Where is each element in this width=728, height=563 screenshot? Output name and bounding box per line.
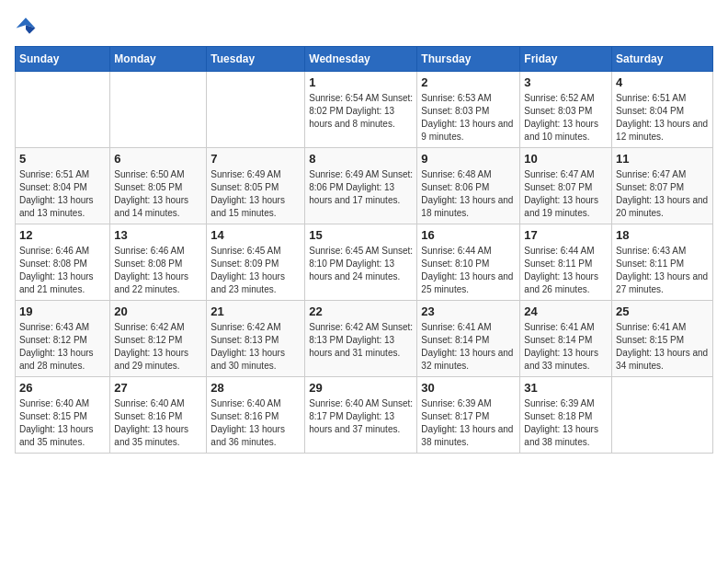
day-info: Sunrise: 6:50 AM Sunset: 8:05 PM Dayligh… xyxy=(114,168,202,220)
day-cell-5: 5Sunrise: 6:51 AM Sunset: 8:04 PM Daylig… xyxy=(16,148,110,224)
day-info: Sunrise: 6:42 AM Sunset: 8:13 PM Dayligh… xyxy=(210,321,301,373)
day-info: Sunrise: 6:39 AM Sunset: 8:17 PM Dayligh… xyxy=(421,397,516,449)
day-number: 31 xyxy=(524,381,608,395)
day-info: Sunrise: 6:43 AM Sunset: 8:11 PM Dayligh… xyxy=(616,245,709,296)
day-header-sunday: Sunday xyxy=(16,47,110,72)
empty-cell xyxy=(207,72,305,148)
logo-bird-icon xyxy=(15,15,37,37)
day-cell-16: 16Sunrise: 6:44 AM Sunset: 8:10 PM Dayli… xyxy=(417,224,520,301)
day-info: Sunrise: 6:46 AM Sunset: 8:08 PM Dayligh… xyxy=(19,245,106,296)
day-cell-29: 29Sunrise: 6:40 AM Sunset: 8:17 PM Dayli… xyxy=(305,377,417,454)
day-number: 23 xyxy=(421,304,516,318)
day-cell-9: 9Sunrise: 6:48 AM Sunset: 8:06 PM Daylig… xyxy=(417,148,520,224)
day-number: 2 xyxy=(421,75,516,89)
day-info: Sunrise: 6:41 AM Sunset: 8:14 PM Dayligh… xyxy=(421,321,516,373)
day-cell-25: 25Sunrise: 6:41 AM Sunset: 8:15 PM Dayli… xyxy=(612,301,713,377)
week-row-1: 1Sunrise: 6:54 AM Sunset: 8:02 PM Daylig… xyxy=(16,72,713,148)
day-header-saturday: Saturday xyxy=(612,47,713,72)
day-number: 9 xyxy=(421,152,516,166)
day-cell-22: 22Sunrise: 6:42 AM Sunset: 8:13 PM Dayli… xyxy=(305,301,417,377)
day-number: 3 xyxy=(524,75,608,89)
day-cell-13: 13Sunrise: 6:46 AM Sunset: 8:08 PM Dayli… xyxy=(110,224,207,301)
day-info: Sunrise: 6:49 AM Sunset: 8:05 PM Dayligh… xyxy=(210,168,301,220)
day-info: Sunrise: 6:54 AM Sunset: 8:02 PM Dayligh… xyxy=(309,92,413,131)
day-number: 4 xyxy=(616,75,709,89)
day-number: 25 xyxy=(616,304,709,318)
day-cell-27: 27Sunrise: 6:40 AM Sunset: 8:16 PM Dayli… xyxy=(110,377,207,454)
day-cell-24: 24Sunrise: 6:41 AM Sunset: 8:14 PM Dayli… xyxy=(520,301,612,377)
page-header xyxy=(15,15,713,37)
day-cell-1: 1Sunrise: 6:54 AM Sunset: 8:02 PM Daylig… xyxy=(305,72,417,148)
day-number: 22 xyxy=(309,304,413,318)
day-number: 24 xyxy=(524,304,608,318)
day-number: 10 xyxy=(524,152,608,166)
day-cell-11: 11Sunrise: 6:47 AM Sunset: 8:07 PM Dayli… xyxy=(612,148,713,224)
day-number: 17 xyxy=(524,228,608,242)
day-number: 12 xyxy=(19,228,106,242)
day-number: 28 xyxy=(210,381,301,395)
day-info: Sunrise: 6:40 AM Sunset: 8:15 PM Dayligh… xyxy=(19,397,106,449)
day-cell-20: 20Sunrise: 6:42 AM Sunset: 8:12 PM Dayli… xyxy=(110,301,207,377)
day-header-tuesday: Tuesday xyxy=(207,47,305,72)
day-header-thursday: Thursday xyxy=(417,47,520,72)
day-info: Sunrise: 6:51 AM Sunset: 8:04 PM Dayligh… xyxy=(616,92,709,144)
day-info: Sunrise: 6:40 AM Sunset: 8:17 PM Dayligh… xyxy=(309,397,413,436)
week-row-2: 5Sunrise: 6:51 AM Sunset: 8:04 PM Daylig… xyxy=(16,148,713,224)
empty-cell xyxy=(110,72,207,148)
day-cell-28: 28Sunrise: 6:40 AM Sunset: 8:16 PM Dayli… xyxy=(207,377,305,454)
day-cell-14: 14Sunrise: 6:45 AM Sunset: 8:09 PM Dayli… xyxy=(207,224,305,301)
day-cell-31: 31Sunrise: 6:39 AM Sunset: 8:18 PM Dayli… xyxy=(520,377,612,454)
day-number: 16 xyxy=(421,228,516,242)
day-info: Sunrise: 6:45 AM Sunset: 8:10 PM Dayligh… xyxy=(309,245,413,283)
day-cell-19: 19Sunrise: 6:43 AM Sunset: 8:12 PM Dayli… xyxy=(16,301,110,377)
day-number: 7 xyxy=(210,152,301,166)
day-cell-2: 2Sunrise: 6:53 AM Sunset: 8:03 PM Daylig… xyxy=(417,72,520,148)
day-cell-23: 23Sunrise: 6:41 AM Sunset: 8:14 PM Dayli… xyxy=(417,301,520,377)
day-info: Sunrise: 6:44 AM Sunset: 8:11 PM Dayligh… xyxy=(524,245,608,296)
day-number: 29 xyxy=(309,381,413,395)
day-number: 27 xyxy=(114,381,202,395)
day-number: 5 xyxy=(19,152,106,166)
day-info: Sunrise: 6:51 AM Sunset: 8:04 PM Dayligh… xyxy=(19,168,106,220)
day-info: Sunrise: 6:48 AM Sunset: 8:06 PM Dayligh… xyxy=(421,168,516,220)
day-cell-18: 18Sunrise: 6:43 AM Sunset: 8:11 PM Dayli… xyxy=(612,224,713,301)
day-info: Sunrise: 6:43 AM Sunset: 8:12 PM Dayligh… xyxy=(19,321,106,373)
empty-cell xyxy=(16,72,110,148)
day-number: 8 xyxy=(309,152,413,166)
day-info: Sunrise: 6:39 AM Sunset: 8:18 PM Dayligh… xyxy=(524,397,608,449)
day-number: 11 xyxy=(616,152,709,166)
day-info: Sunrise: 6:47 AM Sunset: 8:07 PM Dayligh… xyxy=(524,168,608,220)
empty-cell xyxy=(612,377,713,454)
day-info: Sunrise: 6:47 AM Sunset: 8:07 PM Dayligh… xyxy=(616,168,709,220)
day-info: Sunrise: 6:41 AM Sunset: 8:15 PM Dayligh… xyxy=(616,321,709,373)
day-cell-15: 15Sunrise: 6:45 AM Sunset: 8:10 PM Dayli… xyxy=(305,224,417,301)
day-number: 13 xyxy=(114,228,202,242)
day-cell-17: 17Sunrise: 6:44 AM Sunset: 8:11 PM Dayli… xyxy=(520,224,612,301)
week-row-5: 26Sunrise: 6:40 AM Sunset: 8:15 PM Dayli… xyxy=(16,377,713,454)
day-number: 21 xyxy=(210,304,301,318)
day-info: Sunrise: 6:41 AM Sunset: 8:14 PM Dayligh… xyxy=(524,321,608,373)
day-cell-6: 6Sunrise: 6:50 AM Sunset: 8:05 PM Daylig… xyxy=(110,148,207,224)
day-info: Sunrise: 6:45 AM Sunset: 8:09 PM Dayligh… xyxy=(210,245,301,296)
day-cell-30: 30Sunrise: 6:39 AM Sunset: 8:17 PM Dayli… xyxy=(417,377,520,454)
day-info: Sunrise: 6:52 AM Sunset: 8:03 PM Dayligh… xyxy=(524,92,608,144)
day-number: 15 xyxy=(309,228,413,242)
day-cell-8: 8Sunrise: 6:49 AM Sunset: 8:06 PM Daylig… xyxy=(305,148,417,224)
day-info: Sunrise: 6:46 AM Sunset: 8:08 PM Dayligh… xyxy=(114,245,202,296)
day-number: 20 xyxy=(114,304,202,318)
day-number: 14 xyxy=(210,228,301,242)
day-cell-7: 7Sunrise: 6:49 AM Sunset: 8:05 PM Daylig… xyxy=(207,148,305,224)
day-info: Sunrise: 6:53 AM Sunset: 8:03 PM Dayligh… xyxy=(421,92,516,144)
day-info: Sunrise: 6:40 AM Sunset: 8:16 PM Dayligh… xyxy=(114,397,202,449)
day-number: 26 xyxy=(19,381,106,395)
day-cell-4: 4Sunrise: 6:51 AM Sunset: 8:04 PM Daylig… xyxy=(612,72,713,148)
day-info: Sunrise: 6:42 AM Sunset: 8:13 PM Dayligh… xyxy=(309,321,413,360)
day-number: 6 xyxy=(114,152,202,166)
day-header-monday: Monday xyxy=(110,47,207,72)
week-row-4: 19Sunrise: 6:43 AM Sunset: 8:12 PM Dayli… xyxy=(16,301,713,377)
day-number: 18 xyxy=(616,228,709,242)
day-header-wednesday: Wednesday xyxy=(305,47,417,72)
day-info: Sunrise: 6:44 AM Sunset: 8:10 PM Dayligh… xyxy=(421,245,516,296)
day-info: Sunrise: 6:42 AM Sunset: 8:12 PM Dayligh… xyxy=(114,321,202,373)
week-row-3: 12Sunrise: 6:46 AM Sunset: 8:08 PM Dayli… xyxy=(16,224,713,301)
